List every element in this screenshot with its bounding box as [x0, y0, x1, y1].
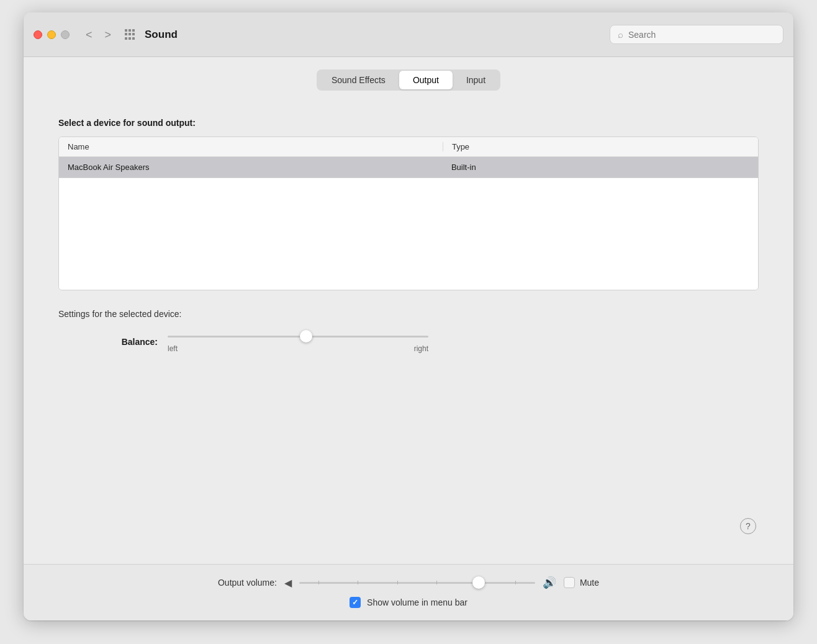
tab-input[interactable]: Input [453, 71, 499, 89]
main-content: Sound Effects Output Input Select a devi… [24, 57, 793, 564]
tick [318, 581, 319, 584]
tick [515, 581, 516, 584]
main-panel: Select a device for sound output: Name T… [42, 103, 775, 552]
volume-slider-line [299, 582, 535, 584]
grid-dot [129, 37, 131, 40]
volume-row: Output volume: ◀ 🔊 [218, 576, 599, 589]
section-title: Select a device for sound output: [58, 118, 759, 128]
tabs: Sound Effects Output Input [317, 69, 500, 91]
forward-button[interactable]: > [101, 28, 115, 42]
balance-slider-labels: left right [168, 344, 428, 353]
search-box[interactable]: ⌕ [610, 25, 783, 44]
grid-dot [129, 29, 131, 32]
panel-with-help: Select a device for sound output: Name T… [58, 118, 759, 537]
checkmark-icon: ✓ [352, 599, 358, 606]
sound-preferences-window: < > Sound ⌕ Sound Effects Output I [24, 12, 793, 620]
cell-device-name: MacBook Air Speakers [68, 163, 443, 172]
back-button[interactable]: < [82, 28, 96, 42]
bottom-bar: Output volume: ◀ 🔊 [24, 564, 793, 620]
minimize-button[interactable] [47, 30, 56, 39]
window-title: Sound [145, 29, 178, 41]
volume-slider-track[interactable] [299, 576, 535, 589]
close-button[interactable] [34, 30, 42, 39]
table-row[interactable]: MacBook Air Speakers Built-in [59, 157, 758, 178]
search-input[interactable] [628, 30, 775, 40]
help-button[interactable]: ? [740, 518, 756, 534]
grid-dot [132, 37, 135, 40]
grid-dot [129, 33, 131, 35]
table-empty-area [59, 178, 758, 290]
show-volume-row: ✓ Show volume in menu bar [350, 597, 467, 608]
show-volume-checkbox[interactable]: ✓ [350, 597, 361, 608]
mute-label: Mute [580, 578, 599, 588]
titlebar: < > Sound ⌕ [24, 12, 793, 57]
grid-dot [125, 29, 127, 32]
traffic-lights [34, 30, 70, 39]
volume-tick-marks [299, 582, 535, 584]
device-table: Name Type MacBook Air Speakers Built-in [58, 136, 759, 290]
mute-area: Mute [564, 577, 599, 588]
app-grid-icon[interactable] [125, 29, 136, 40]
grid-dot [132, 33, 135, 35]
settings-label: Settings for the selected device: [58, 309, 759, 319]
col-name-header: Name [68, 142, 443, 151]
balance-left-label: left [168, 344, 178, 353]
volume-low-icon: ◀ [284, 577, 292, 589]
grid-dot [125, 37, 127, 40]
maximize-button[interactable] [61, 30, 70, 39]
table-header: Name Type [59, 137, 758, 157]
grid-dot [125, 33, 127, 35]
tab-sound-effects[interactable]: Sound Effects [318, 71, 399, 89]
output-volume-label: Output volume: [218, 578, 277, 588]
tabs-container: Sound Effects Output Input [42, 69, 775, 91]
tab-output[interactable]: Output [399, 71, 453, 89]
tick [397, 581, 398, 584]
cell-device-type: Built-in [443, 163, 749, 172]
nav-buttons: < > [82, 28, 115, 42]
tick [436, 581, 437, 584]
balance-slider-line [168, 336, 428, 338]
col-type-header: Type [443, 142, 749, 151]
show-volume-label: Show volume in menu bar [367, 597, 467, 607]
balance-row: Balance: left right [58, 330, 759, 353]
volume-slider-thumb[interactable] [472, 576, 485, 589]
mute-checkbox[interactable] [564, 577, 575, 588]
grid-dot [132, 29, 135, 32]
volume-high-icon: 🔊 [543, 576, 556, 589]
balance-label: Balance: [96, 337, 158, 347]
balance-right-label: right [414, 344, 428, 353]
search-icon: ⌕ [618, 29, 623, 40]
settings-section: Settings for the selected device: Balanc… [58, 309, 759, 356]
balance-slider-track[interactable] [168, 330, 428, 342]
tick [358, 581, 358, 584]
panel-inner: Select a device for sound output: Name T… [42, 103, 775, 552]
balance-slider-thumb[interactable] [300, 330, 312, 342]
balance-slider-container: left right [168, 330, 428, 353]
